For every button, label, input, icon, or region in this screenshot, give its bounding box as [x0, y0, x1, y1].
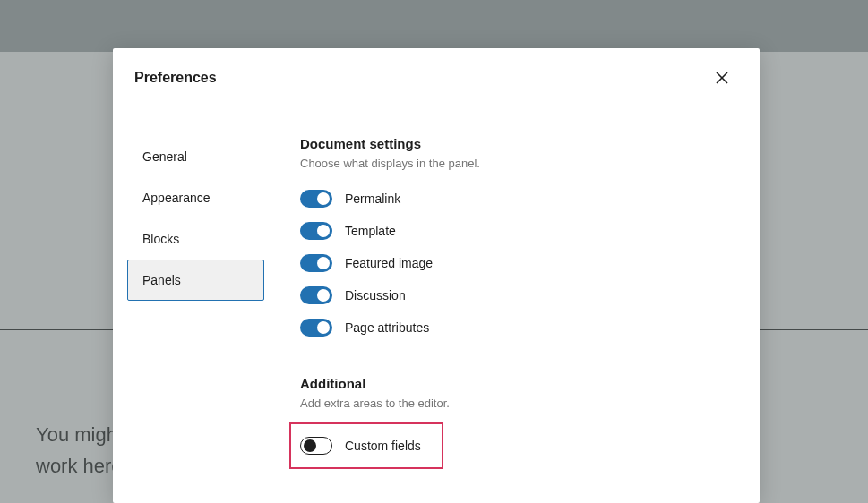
- section-document-settings: Document settings Choose what displays i…: [300, 136, 738, 344]
- toggle-row-template: Template: [300, 215, 738, 247]
- section-title: Additional: [300, 376, 738, 391]
- toggle-custom-fields[interactable]: [300, 437, 332, 455]
- nav-panel: General Appearance Blocks Panels: [113, 107, 279, 503]
- toggle-knob: [317, 225, 330, 237]
- modal-body: General Appearance Blocks Panels Documen…: [113, 107, 760, 503]
- modal-header: Preferences: [113, 48, 760, 107]
- modal-title: Preferences: [134, 70, 217, 86]
- toggle-row-featured-image: Featured image: [300, 247, 738, 279]
- toggle-template[interactable]: [300, 222, 332, 240]
- nav-item-blocks[interactable]: Blocks: [127, 218, 264, 260]
- section-subtitle: Add extra areas to the editor.: [300, 396, 738, 410]
- toggle-permalink[interactable]: [300, 190, 332, 208]
- toggle-page-attributes[interactable]: [300, 319, 332, 337]
- nav-item-general[interactable]: General: [127, 136, 264, 177]
- toggle-row-page-attributes: Page attributes: [300, 311, 738, 344]
- toggle-row-custom-fields: Custom fields: [300, 431, 433, 460]
- toggle-knob: [317, 289, 330, 302]
- close-icon: [716, 72, 728, 84]
- toggle-label: Permalink: [345, 192, 400, 206]
- toggle-label: Page attributes: [345, 320, 429, 335]
- highlight-annotation: Custom fields: [289, 422, 443, 469]
- toggle-label: Discussion: [345, 288, 406, 303]
- section-subtitle: Choose what displays in the panel.: [300, 157, 738, 170]
- nav-item-panels[interactable]: Panels: [127, 260, 264, 301]
- content-panel: Document settings Choose what displays i…: [279, 107, 760, 503]
- toggle-knob: [317, 192, 330, 205]
- toggle-row-permalink: Permalink: [300, 183, 738, 215]
- toggle-row-discussion: Discussion: [300, 279, 738, 311]
- toggle-knob: [304, 439, 316, 452]
- toggle-label: Custom fields: [345, 439, 421, 453]
- toggle-featured-image[interactable]: [300, 254, 332, 272]
- close-button[interactable]: [706, 62, 738, 94]
- preferences-modal: Preferences General Appearance Blocks Pa…: [113, 48, 760, 503]
- toggle-label: Featured image: [345, 256, 433, 270]
- toggle-knob: [317, 257, 330, 269]
- toggle-discussion[interactable]: [300, 286, 332, 304]
- toggle-label: Template: [345, 224, 396, 238]
- nav-item-appearance[interactable]: Appearance: [127, 177, 264, 218]
- toggle-knob: [317, 321, 330, 334]
- section-additional: Additional Add extra areas to the editor…: [300, 376, 738, 469]
- section-title: Document settings: [300, 136, 738, 151]
